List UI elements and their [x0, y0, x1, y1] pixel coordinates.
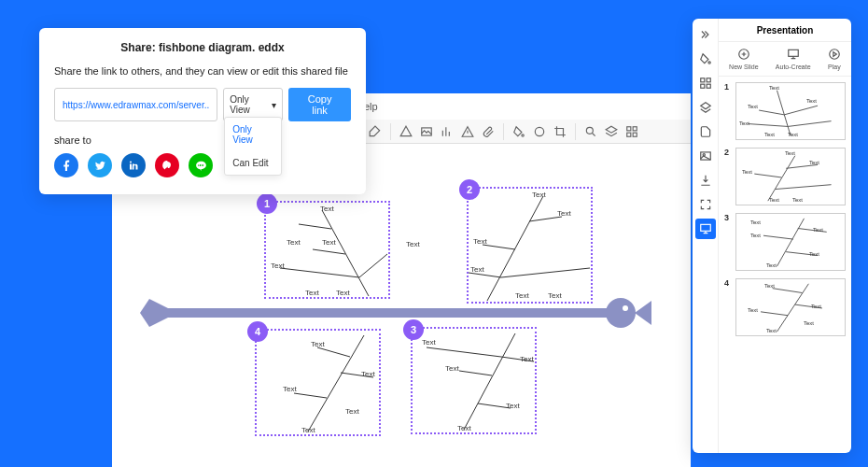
svg-line-28: [317, 347, 350, 357]
svg-rect-6: [633, 133, 637, 136]
warning-icon[interactable]: [460, 124, 475, 139]
svg-rect-35: [700, 224, 710, 231]
svg-line-11: [313, 249, 345, 254]
slide-thumb: Text Text Text Text Text Text: [735, 82, 846, 140]
share-title: Share: fishbone diagram. eddx: [54, 41, 351, 54]
svg-point-1: [535, 127, 543, 135]
side-tool-rail: [693, 19, 719, 453]
pinterest-icon[interactable]: [155, 153, 179, 177]
bone-box-1[interactable]: 1 Text Text Text Text Text Text: [264, 201, 390, 299]
svg-line-39: [777, 91, 791, 135]
svg-line-46: [786, 164, 818, 168]
paint-icon[interactable]: [695, 49, 716, 69]
svg-rect-29: [700, 78, 704, 82]
presentation-panel: Presentation New Slide Auto-Create Play …: [693, 19, 851, 453]
attach-icon[interactable]: [481, 124, 496, 139]
crop-icon[interactable]: [553, 124, 567, 139]
svg-line-15: [487, 196, 543, 301]
line-icon[interactable]: [189, 153, 213, 177]
svg-rect-30: [707, 78, 710, 82]
fill-icon[interactable]: [511, 124, 526, 139]
svg-line-54: [761, 312, 788, 316]
svg-line-45: [754, 174, 781, 177]
pen-icon[interactable]: [368, 124, 383, 139]
center-text: Text: [406, 240, 420, 248]
share-dialog: Share: fishbone diagram. eddx Share the …: [39, 28, 366, 194]
svg-line-49: [763, 235, 793, 239]
copy-link-button[interactable]: Copy link: [288, 88, 351, 121]
shape-icon[interactable]: [399, 124, 413, 139]
permission-dropdown: Only View Can Edit: [224, 117, 282, 176]
svg-line-27: [294, 393, 327, 398]
twitter-icon[interactable]: [88, 153, 112, 177]
perm-option-view[interactable]: Only View: [225, 118, 281, 151]
media-icon[interactable]: [695, 146, 716, 166]
perm-option-edit[interactable]: Can Edit: [225, 151, 281, 175]
share-desc: Share the link to others, and they can v…: [54, 65, 351, 77]
svg-line-25: [308, 335, 364, 432]
facebook-icon[interactable]: [54, 153, 78, 177]
new-slide-button[interactable]: New Slide: [729, 48, 759, 70]
image-icon[interactable]: [419, 124, 434, 139]
slide-item[interactable]: 2 Text Text Text Text Text: [724, 148, 846, 205]
search-icon[interactable]: [583, 124, 598, 139]
svg-rect-32: [707, 84, 710, 88]
presentation-icon[interactable]: [695, 219, 716, 239]
svg-line-40: [759, 110, 784, 115]
svg-line-43: [788, 121, 831, 127]
svg-line-41: [784, 106, 818, 115]
slide-thumb: Text Text Text Text Text: [735, 278, 846, 336]
svg-line-12: [299, 224, 331, 229]
color-icon[interactable]: [532, 124, 547, 139]
svg-rect-4: [633, 126, 637, 130]
svg-point-8: [606, 298, 636, 328]
svg-line-42: [749, 124, 789, 127]
chevron-down-icon: ▾: [272, 100, 276, 110]
svg-rect-5: [627, 133, 631, 136]
grid-icon[interactable]: [624, 124, 639, 139]
svg-line-48: [777, 219, 804, 266]
svg-line-10: [322, 210, 369, 296]
svg-rect-7: [168, 308, 607, 318]
share-to-label: share to: [54, 134, 351, 146]
play-button[interactable]: Play: [828, 48, 841, 70]
svg-rect-31: [700, 84, 704, 88]
fullscreen-icon[interactable]: [695, 194, 716, 215]
bone-box-3[interactable]: 3 Text Text Text Text Text: [411, 327, 537, 434]
auto-create-button[interactable]: Auto-Create: [776, 48, 811, 70]
slide-item[interactable]: 4 Text Text Text Text Text: [724, 278, 846, 336]
svg-line-44: [768, 156, 795, 201]
linkedin-icon[interactable]: [121, 153, 146, 177]
export-icon[interactable]: [695, 170, 716, 191]
page-icon[interactable]: [695, 121, 716, 142]
shape-layer-icon[interactable]: [695, 97, 716, 118]
svg-line-16: [483, 245, 515, 249]
apps-icon[interactable]: [695, 73, 716, 93]
bone-box-2[interactable]: 2 Text Text Text Text Text Text: [467, 187, 593, 304]
svg-line-47: [776, 185, 832, 190]
svg-point-9: [623, 305, 628, 311]
slide-item[interactable]: 1 Text Text Text Text Text Text: [724, 82, 846, 140]
menu-help[interactable]: elp: [364, 101, 378, 112]
svg-line-55: [773, 289, 803, 293]
slide-thumb: Text Text Text Text Text: [735, 213, 846, 271]
permission-select[interactable]: Only View ▾ Only View Can Edit: [223, 88, 283, 121]
slides-list: 1 Text Text Text Text Text Text 2 Text T…: [719, 77, 851, 453]
slide-item[interactable]: 3 Text Text Text Text Text: [724, 213, 846, 271]
bone-box-4[interactable]: 4 Text Text Text Text Text: [255, 329, 381, 436]
svg-line-13: [359, 254, 387, 277]
collapse-icon[interactable]: [695, 24, 716, 45]
svg-line-19: [501, 268, 590, 277]
slide-thumb: Text Text Text Text Text: [735, 148, 846, 205]
chart-icon[interactable]: [440, 124, 455, 139]
layers-icon[interactable]: [604, 124, 619, 139]
svg-line-14: [280, 268, 359, 277]
presentation-title: Presentation: [719, 19, 851, 42]
svg-line-20: [464, 333, 515, 430]
svg-rect-37: [788, 50, 798, 56]
svg-point-2: [586, 127, 593, 134]
share-url-input[interactable]: https://www.edrawmax.com/server..: [54, 88, 217, 121]
svg-line-24: [427, 347, 501, 357]
svg-line-21: [459, 371, 492, 375]
svg-rect-3: [627, 126, 631, 130]
